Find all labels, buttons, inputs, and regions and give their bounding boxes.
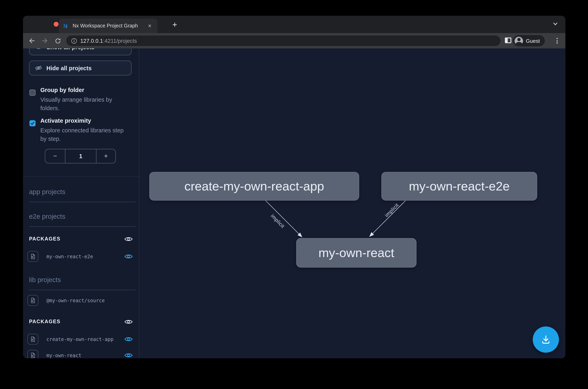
reload-icon[interactable] xyxy=(52,35,63,46)
graph-edges: implicit implicit xyxy=(139,48,565,358)
site-info-icon[interactable] xyxy=(71,38,77,44)
graph-node-create-my-own-react-app[interactable]: create-my-own-react-app xyxy=(149,172,359,200)
section-e2e-projects: e2e projects xyxy=(29,213,136,227)
activate-proximity-label: Activate proximity xyxy=(40,117,91,124)
packages-header-e2e: PACKAGES xyxy=(29,236,61,242)
item-my-own-react-eye-icon[interactable] xyxy=(124,352,133,358)
edge-label-implicit: implicit xyxy=(384,202,400,218)
item-e2e-eye-icon[interactable] xyxy=(124,253,133,260)
forward-icon[interactable] xyxy=(39,35,50,46)
eye-off-icon xyxy=(35,65,42,71)
graph-node-my-own-react-e2e[interactable]: my-own-react-e2e xyxy=(381,172,537,200)
back-icon[interactable] xyxy=(27,35,37,46)
profile-button[interactable]: Guest xyxy=(513,35,545,46)
packages-e2e-eye-icon[interactable] xyxy=(124,235,133,243)
section-lib-projects: lib projects xyxy=(29,276,136,290)
project-doc-icon[interactable] xyxy=(28,295,38,306)
sidebar: Show all projects Hide all projects Grou… xyxy=(23,48,139,358)
avatar xyxy=(515,36,523,45)
section-app-projects: app projects xyxy=(29,188,136,202)
packages-lib-eye-icon[interactable] xyxy=(124,318,133,325)
url-text: 127.0.0.1:4211/projects xyxy=(80,38,137,44)
proximity-increment-button[interactable]: + xyxy=(96,149,115,163)
project-graph-canvas[interactable]: implicit implicit create-my-own-react-ap… xyxy=(139,48,565,358)
side-panel-icon[interactable] xyxy=(505,37,511,43)
svg-text:N: N xyxy=(63,23,67,29)
tab-title: Nx Workspace Project Graph xyxy=(73,23,146,29)
edge-label-implicit: implicit xyxy=(270,213,286,229)
tab-strip: N Nx Workspace Project Graph ✕ + xyxy=(23,16,565,33)
proximity-decrement-button[interactable]: − xyxy=(45,149,65,163)
packages-header-lib: PACKAGES xyxy=(29,319,61,324)
show-all-projects-label: Show all projects xyxy=(46,48,95,50)
proximity-value[interactable]: 1 xyxy=(65,149,96,163)
hide-all-projects-button[interactable]: Hide all projects xyxy=(29,61,131,75)
nx-favicon: N xyxy=(63,23,69,29)
list-item-create-my-own-react-app[interactable]: create-my-own-react-app xyxy=(46,337,113,342)
eye-icon xyxy=(35,48,42,50)
sidebar-divider xyxy=(23,176,139,177)
traffic-light-close[interactable] xyxy=(54,22,59,27)
project-doc-icon[interactable] xyxy=(28,334,38,345)
chevron-down-icon[interactable] xyxy=(553,21,558,27)
hide-all-projects-label: Hide all projects xyxy=(46,65,92,71)
browser-window: N Nx Workspace Project Graph ✕ + xyxy=(23,16,565,358)
profile-label: Guest xyxy=(526,38,540,44)
browser-toolbar: 127.0.0.1:4211/projects Guest xyxy=(23,33,565,48)
address-bar[interactable]: 127.0.0.1:4211/projects xyxy=(66,35,500,46)
screen: N Nx Workspace Project Graph ✕ + xyxy=(0,0,588,389)
list-item-my-own-react[interactable]: my-own-react xyxy=(46,353,81,358)
group-by-folder-checkbox[interactable] xyxy=(30,90,35,96)
activate-proximity-description: Explore connected libraries step by step… xyxy=(40,126,130,143)
proximity-stepper: − 1 + xyxy=(45,149,116,163)
page-content: Show all projects Hide all projects Grou… xyxy=(23,48,565,358)
browser-menu-icon[interactable] xyxy=(554,36,560,46)
activate-proximity-checkbox[interactable] xyxy=(30,120,35,126)
check-icon xyxy=(30,121,35,126)
group-by-folder-description: Visually arrange libraries by folders. xyxy=(40,96,130,113)
tab-close-icon[interactable]: ✕ xyxy=(146,22,153,30)
show-all-projects-button[interactable]: Show all projects xyxy=(29,48,131,55)
download-icon xyxy=(540,334,551,345)
group-by-folder-label: Group by folder xyxy=(40,87,84,93)
new-tab-button[interactable]: + xyxy=(169,19,180,30)
item-create-app-eye-icon[interactable] xyxy=(124,335,133,343)
url-host: 127.0.0.1 xyxy=(80,38,103,44)
project-doc-icon[interactable] xyxy=(28,350,38,358)
list-item-my-own-react-e2e[interactable]: my-own-react-e2e xyxy=(46,254,93,259)
list-item-my-own-react-source[interactable]: @my-own-react/source xyxy=(46,298,105,303)
download-graph-button[interactable] xyxy=(533,326,559,353)
tab-nx-workspace[interactable]: N Nx Workspace Project Graph ✕ xyxy=(59,19,157,33)
graph-node-my-own-react[interactable]: my-own-react xyxy=(296,238,417,267)
project-doc-icon[interactable] xyxy=(28,251,38,262)
url-path: :4211/projects xyxy=(103,38,137,44)
